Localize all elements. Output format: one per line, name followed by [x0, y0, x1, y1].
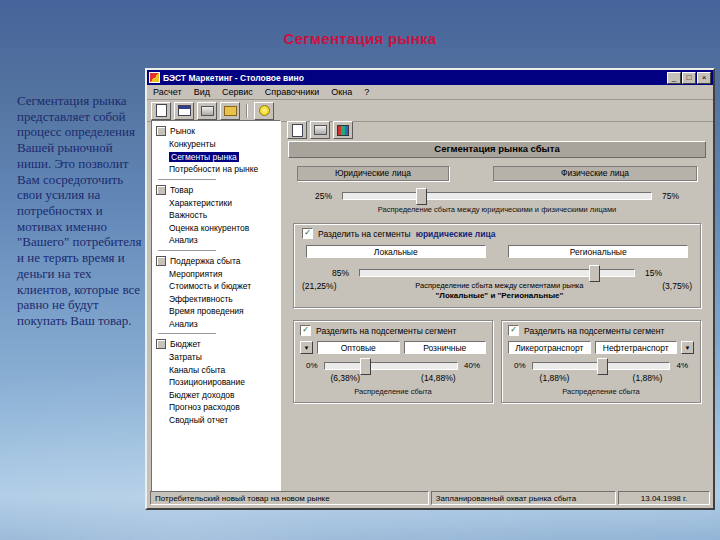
tree-item[interactable]: Каналы сбыта: [152, 364, 280, 377]
menu-raschet[interactable]: Расчет: [153, 87, 182, 97]
subsegment-field-2[interactable]: Нефтетранспорт: [595, 341, 678, 354]
chart-icon[interactable]: [333, 121, 353, 139]
slider-thumb[interactable]: [416, 188, 427, 205]
maximize-button[interactable]: □: [682, 72, 696, 84]
subsegment-local-slider[interactable]: [324, 362, 458, 370]
tree-item[interactable]: Стоимость и бюджет: [152, 280, 280, 293]
folder-icon[interactable]: [220, 102, 240, 120]
split2-left-value: (21,25%): [302, 281, 337, 291]
sub-left-min-percent: 0%: [306, 361, 318, 370]
tree-item[interactable]: Прогноз расходов: [152, 401, 280, 414]
tree-item[interactable]: Оценка конкурентов: [152, 222, 280, 235]
menu-servis[interactable]: Сервис: [222, 87, 253, 97]
menu-vid[interactable]: Вид: [194, 87, 210, 97]
split1-slider[interactable]: [342, 192, 652, 200]
sub-left-max-percent: 40%: [464, 361, 480, 370]
chart-glyph-icon: [337, 125, 349, 136]
slider-thumb[interactable]: [589, 265, 600, 282]
window-titlebar[interactable]: БЭСТ Маркетинг - Столовое вино _ □ ×: [147, 70, 713, 85]
tree-item[interactable]: Мероприятия: [152, 268, 280, 281]
segment-labels-row: Юридические лица Физические лица: [297, 166, 697, 181]
print-icon[interactable]: [197, 102, 217, 120]
tree-item[interactable]: Эффективность: [152, 293, 280, 306]
slider-thumb[interactable]: [360, 358, 371, 375]
menu-help[interactable]: ?: [364, 87, 369, 97]
window-title: БЭСТ Маркетинг - Столовое вино: [163, 73, 663, 83]
main-toolbar: [147, 100, 713, 122]
split2-values-row: (21,25%) Распределение сбыта между сегме…: [302, 281, 692, 301]
segment-field-local[interactable]: Локальные: [306, 245, 486, 258]
table-icon[interactable]: [174, 102, 194, 120]
nav-tree: Рынок Конкуренты Сегменты рынка Потребно…: [151, 120, 281, 492]
tree-divider: [158, 250, 216, 251]
window-controls: _ □ ×: [666, 72, 711, 84]
subsegment-field-wholesale[interactable]: Оптовые: [317, 341, 400, 354]
checkbox-icon[interactable]: [300, 325, 311, 336]
toolbar-separator: [246, 104, 248, 118]
tree-item[interactable]: Затраты: [152, 351, 280, 364]
tree-group-market[interactable]: Рынок: [152, 124, 280, 138]
split2-slider-row: 85% 15%: [332, 268, 662, 278]
tree-group-label: Товар: [170, 185, 193, 195]
tree-item[interactable]: Позиционирование: [152, 376, 280, 389]
tree-divider: [158, 179, 216, 180]
dropdown-button[interactable]: [681, 341, 694, 354]
sub-right-min-percent: 0%: [514, 361, 526, 370]
tree-item[interactable]: Анализ: [152, 234, 280, 247]
segment-split-groupbox: Разделить на сегменты юридические лица Л…: [293, 223, 701, 308]
segment-field-regional[interactable]: Региональные: [508, 245, 688, 258]
status-date: 13.04.1998 г.: [618, 491, 710, 505]
print-icon[interactable]: [310, 121, 330, 139]
tree-item-market-needs[interactable]: Потребности на рынке: [152, 163, 280, 176]
segment-label-legal-entities: Юридические лица: [297, 166, 449, 181]
subsegment-local-values: (6,38%) (14,88%): [300, 373, 486, 383]
tree-item-competitors[interactable]: Конкуренты: [152, 138, 280, 151]
bulb-glyph-icon: [259, 105, 270, 116]
subsegment-local-checkbox-label: Разделить на подсегменты сегмент: [316, 326, 456, 336]
subsegment-local-slider-row: 0% 40%: [306, 361, 480, 370]
split2-slider[interactable]: [359, 269, 635, 277]
tree-node-icon: [156, 339, 166, 349]
dropdown-button[interactable]: [300, 341, 313, 354]
tree-group-product[interactable]: Товар: [152, 183, 280, 197]
folder-glyph-icon: [224, 106, 237, 116]
tree-item[interactable]: Характеристики: [152, 197, 280, 210]
menu-spravochniki[interactable]: Справочники: [265, 87, 320, 97]
tree-group-label: Бюджет: [170, 339, 201, 349]
subsegment-regional-slider[interactable]: [532, 362, 671, 370]
menu-okna[interactable]: Окна: [331, 87, 352, 97]
preview-icon[interactable]: [287, 121, 307, 139]
tree-group-budget[interactable]: Бюджет: [152, 337, 280, 351]
tree-item[interactable]: Анализ: [152, 318, 280, 331]
tree-group-sales-support[interactable]: Поддержка сбыта: [152, 254, 280, 268]
document-icon[interactable]: [151, 102, 171, 120]
tree-node-icon: [156, 185, 166, 195]
tree-item-market-segments[interactable]: Сегменты рынка: [152, 151, 280, 164]
subsegment-local-checkbox-row: Разделить на подсегменты сегмент: [300, 325, 486, 336]
tree-item[interactable]: Время проведения: [152, 305, 280, 318]
subsegment-local-caption: Распределение сбыта: [300, 387, 486, 396]
tree-item[interactable]: Бюджет доходов: [152, 389, 280, 402]
content-pane: Сегментация рынка сбыта Юридические лица…: [285, 120, 709, 492]
split2-fields-row: Локальные Региональные: [306, 245, 688, 258]
help-lightbulb-icon[interactable]: [254, 102, 274, 120]
checkbox-icon[interactable]: [508, 325, 519, 336]
subsegment-regional-checkbox-row: Разделить на подсегменты сегмент: [508, 325, 694, 336]
minimize-button[interactable]: _: [667, 72, 681, 84]
tree-item[interactable]: Сводный отчет: [152, 414, 280, 427]
doc-glyph-icon: [156, 104, 167, 117]
split2-checkbox-label: Разделить на сегменты: [318, 229, 411, 239]
app-window: БЭСТ Маркетинг - Столовое вино _ □ × Рас…: [145, 68, 715, 510]
slider-thumb[interactable]: [597, 358, 608, 375]
subsegment-regional-checkbox-label: Разделить на подсегменты сегмент: [524, 326, 664, 336]
segment-label-individuals: Физические лица: [493, 166, 697, 181]
checkbox-icon[interactable]: [302, 228, 313, 239]
split2-caption: Распределение сбыта между сегментами рын…: [345, 281, 655, 301]
split2-checkbox-row: Разделить на сегменты юридические лица: [302, 228, 692, 239]
subsegment-field-1[interactable]: Ликеротранспорт: [508, 341, 591, 354]
split1-left-percent: 25%: [315, 191, 332, 201]
app-icon: [149, 72, 160, 83]
close-button[interactable]: ×: [697, 72, 711, 84]
subsegment-field-retail[interactable]: Розничные: [404, 341, 487, 354]
tree-item[interactable]: Важность: [152, 209, 280, 222]
